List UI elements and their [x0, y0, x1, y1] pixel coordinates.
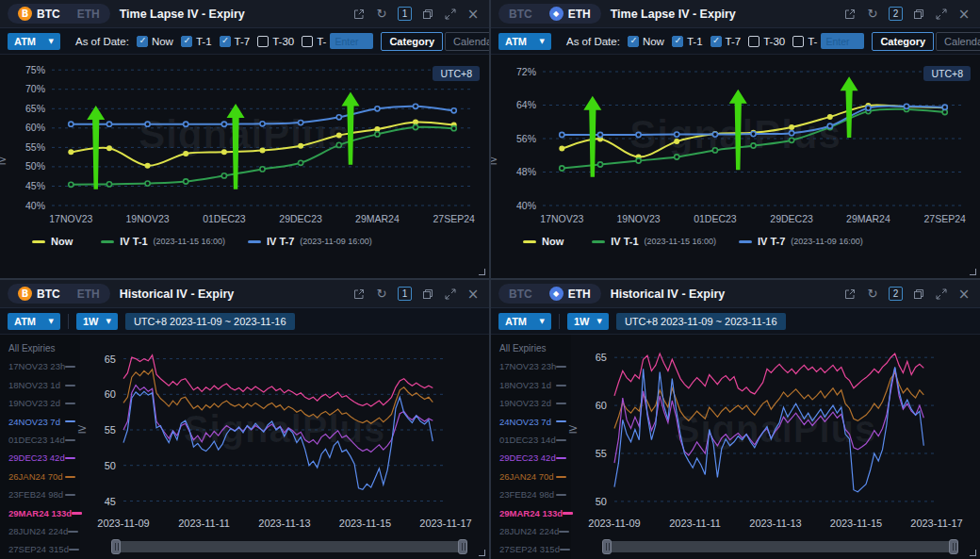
legend-item-t7[interactable]: IV T-7(2023-11-09 16:00): [739, 236, 863, 247]
resize-handle[interactable]: [970, 269, 976, 275]
slider-handle-right[interactable]: [949, 539, 958, 554]
open-in-new-icon[interactable]: [843, 288, 857, 301]
close-icon[interactable]: ×: [466, 288, 480, 301]
expiry-item[interactable]: 29MAR24 133d: [499, 504, 571, 522]
check-t7[interactable]: T-7: [220, 36, 251, 47]
checkbox[interactable]: [302, 36, 313, 47]
expiry-item[interactable]: 18NOV23 1d: [8, 376, 80, 394]
date-range-chip[interactable]: UTC+8 2023-11-09 ~ 2023-11-16: [616, 313, 786, 330]
atm-select[interactable]: ATM▼: [8, 33, 60, 50]
atm-select[interactable]: ATM▼: [8, 313, 60, 330]
close-icon[interactable]: ×: [957, 8, 971, 21]
expiry-item[interactable]: 29MAR24 133d: [8, 504, 80, 522]
window-number-badge[interactable]: 1: [398, 7, 412, 21]
expiry-item[interactable]: 18NOV23 1d: [499, 376, 571, 394]
checkbox[interactable]: [792, 36, 804, 47]
checkbox[interactable]: [220, 36, 231, 47]
atm-select[interactable]: ATM▼: [498, 313, 551, 330]
close-icon[interactable]: ×: [957, 288, 971, 301]
checkbox[interactable]: [628, 36, 639, 47]
expiry-item[interactable]: 29DEC23 42d: [8, 449, 80, 467]
time-range-slider[interactable]: [605, 541, 956, 552]
refresh-icon[interactable]: ↻: [375, 288, 388, 301]
expand-icon[interactable]: [444, 8, 457, 21]
check-t30[interactable]: T-30: [257, 36, 294, 47]
legend-item-now[interactable]: Now: [523, 236, 569, 247]
check-now[interactable]: Now: [628, 36, 664, 47]
period-select[interactable]: 1W▼: [76, 313, 118, 330]
tab-btc[interactable]: B BTC: [11, 286, 67, 302]
duplicate-icon[interactable]: [421, 8, 434, 21]
duplicate-icon[interactable]: [421, 288, 434, 301]
category-button[interactable]: Category: [872, 32, 934, 51]
legend-item-t1[interactable]: IV T-1(2023-11-15 16:00): [101, 236, 225, 247]
expand-icon[interactable]: [935, 8, 948, 21]
open-in-new-icon[interactable]: [843, 8, 857, 21]
window-number-badge[interactable]: 1: [398, 287, 412, 301]
expand-icon[interactable]: [444, 288, 457, 301]
tab-btc[interactable]: B BTC: [11, 6, 67, 22]
calendar-button[interactable]: Calendar: [445, 32, 489, 51]
category-button[interactable]: Category: [381, 32, 443, 51]
expiry-item[interactable]: 17NOV23 23h: [499, 357, 571, 375]
checkbox[interactable]: [748, 36, 760, 47]
resize-handle[interactable]: [479, 550, 485, 556]
resize-handle[interactable]: [970, 550, 976, 556]
legend-item-now[interactable]: Now: [32, 236, 78, 247]
expiry-item[interactable]: 01DEC23 14d: [499, 431, 571, 449]
tab-eth[interactable]: ◆ ETH: [543, 6, 597, 22]
expiry-item[interactable]: 26JAN24 70d: [499, 468, 571, 485]
checkbox[interactable]: [137, 36, 148, 47]
tab-eth[interactable]: ◆ ETH: [543, 286, 597, 302]
expiry-item[interactable]: 24NOV23 7d: [8, 413, 80, 431]
open-in-new-icon[interactable]: [352, 8, 366, 21]
check-t-custom[interactable]: T-: [792, 36, 817, 47]
custom-days-input[interactable]: [821, 33, 864, 49]
refresh-icon[interactable]: ↻: [866, 288, 879, 301]
tab-btc[interactable]: BTC: [502, 287, 539, 302]
checkbox[interactable]: [181, 36, 192, 47]
tab-btc[interactable]: BTC: [502, 7, 539, 22]
expiry-item[interactable]: 23FEB24 98d: [8, 485, 80, 503]
expiry-item[interactable]: 01DEC23 14d: [8, 431, 80, 449]
duplicate-icon[interactable]: [912, 8, 925, 21]
refresh-icon[interactable]: ↻: [866, 8, 879, 21]
checkbox[interactable]: [672, 36, 683, 47]
calendar-button[interactable]: Calendar: [936, 32, 980, 51]
check-t30[interactable]: T-30: [748, 36, 785, 47]
check-now[interactable]: Now: [137, 36, 173, 47]
duplicate-icon[interactable]: [912, 288, 925, 301]
expiry-item[interactable]: 26JAN24 70d: [8, 468, 80, 485]
tab-eth[interactable]: ETH: [71, 287, 106, 302]
close-icon[interactable]: ×: [466, 8, 480, 21]
period-select[interactable]: 1W▼: [567, 313, 609, 330]
checkbox[interactable]: [710, 36, 722, 47]
window-number-badge[interactable]: 2: [889, 7, 903, 21]
date-range-chip[interactable]: UTC+8 2023-11-09 ~ 2023-11-16: [125, 313, 295, 330]
expiry-item[interactable]: 28JUN24 224d: [499, 522, 571, 540]
legend-item-t7[interactable]: IV T-7(2023-11-09 16:00): [248, 236, 372, 247]
legend-item-t1[interactable]: IV T-1(2023-11-15 16:00): [592, 236, 716, 247]
expiry-item[interactable]: 19NOV23 2d: [499, 394, 571, 412]
slider-handle-right[interactable]: [458, 539, 467, 554]
expiry-item[interactable]: 17NOV23 23h: [8, 357, 80, 375]
atm-select[interactable]: ATM▼: [498, 33, 551, 50]
expiry-item[interactable]: 27SEP24 315d: [499, 540, 571, 558]
window-number-badge[interactable]: 2: [889, 287, 903, 301]
time-range-slider[interactable]: [114, 541, 465, 552]
expand-icon[interactable]: [935, 288, 948, 301]
expiry-item[interactable]: 27SEP24 315d: [8, 540, 80, 558]
checkbox[interactable]: [257, 36, 269, 47]
expiry-item[interactable]: 29DEC23 42d: [499, 449, 571, 467]
slider-handle-left[interactable]: [111, 539, 121, 554]
check-t1[interactable]: T-1: [672, 36, 703, 47]
expiry-item[interactable]: 23FEB24 98d: [499, 485, 571, 503]
expiry-item[interactable]: 19NOV23 2d: [8, 394, 80, 412]
open-in-new-icon[interactable]: [352, 288, 366, 301]
check-t7[interactable]: T-7: [710, 36, 742, 47]
slider-handle-left[interactable]: [602, 539, 612, 554]
check-t1[interactable]: T-1: [181, 36, 212, 47]
custom-days-input[interactable]: [330, 33, 373, 49]
expiry-item[interactable]: 24NOV23 7d: [499, 413, 571, 431]
refresh-icon[interactable]: ↻: [375, 8, 388, 21]
